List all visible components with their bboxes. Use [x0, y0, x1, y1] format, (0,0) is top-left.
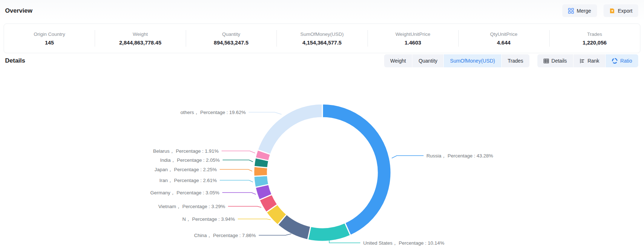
- segment-label-vietnam: Vietnam， Percentage : 3.29%: [158, 204, 225, 209]
- segment-label-japan: Japan， Percentage : 2.25%: [154, 167, 217, 172]
- label-leader-line-n: [238, 219, 271, 220]
- segment-label-n: N， Percentage : 3.94%: [182, 216, 235, 222]
- segment-label-india: India， Percentage : 2.05%: [160, 157, 220, 163]
- label-leader-line-russia: [392, 156, 424, 158]
- segment-label-iran: Iran， Percentage : 2.61%: [159, 178, 217, 183]
- dashboard-page: Overview Merge: [0, 0, 644, 249]
- segment-label-germany: Germany， Percentage : 3.05%: [150, 190, 219, 195]
- segment-label-others: others， Percentage : 19.62%: [180, 110, 246, 115]
- segment-label-china: China， Percentage : 7.86%: [194, 233, 256, 238]
- segment-label-russia: Russia， Percentage : 43.28%: [426, 153, 493, 159]
- label-leader-line-india: [223, 160, 253, 162]
- donut-segment-others[interactable]: [258, 104, 322, 155]
- segment-label-belarus: Belarus， Percentage : 1.91%: [153, 148, 219, 154]
- label-leader-line-iran: [220, 180, 253, 182]
- label-leader-line-others: [249, 112, 282, 114]
- label-leader-line-japan: [220, 169, 252, 171]
- label-leader-line-china: [259, 234, 291, 235]
- origin-country-ratio-donut-chart: Russia， Percentage : 43.28%United States…: [0, 0, 644, 249]
- donut-segment-russia[interactable]: [322, 104, 391, 235]
- label-leader-line-vietnam: [228, 206, 261, 207]
- segment-label-united-states: United States， Percentage : 10.14%: [363, 240, 444, 246]
- label-leader-line-germany: [222, 193, 256, 194]
- label-leader-line-belarus: [222, 151, 255, 153]
